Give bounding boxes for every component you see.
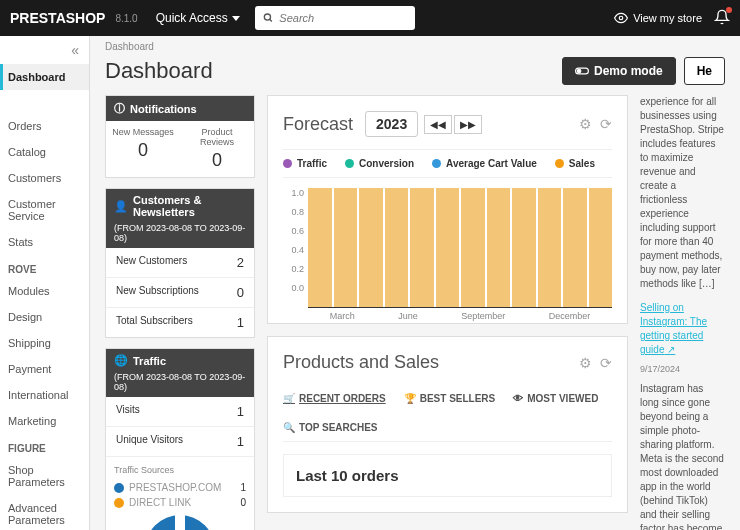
- sidebar-header: [0, 90, 89, 113]
- eye-icon: 👁: [513, 393, 523, 404]
- last-orders-panel: Last 10 orders: [283, 454, 612, 497]
- product-reviews-stat[interactable]: Product Reviews 0: [180, 121, 254, 177]
- traffic-panel: 🌐Traffic (FROM 2023-08-08 TO 2023-09-08)…: [105, 348, 255, 530]
- list-item[interactable]: New Subscriptions0: [106, 278, 254, 308]
- toggle-icon: [575, 64, 589, 78]
- sidebar-item-advanced-parameters[interactable]: Advanced Parameters: [0, 495, 89, 530]
- sidebar-item-shipping[interactable]: Shipping: [0, 330, 89, 356]
- gear-icon[interactable]: ⚙: [579, 355, 592, 371]
- sidebar-collapse[interactable]: «: [0, 36, 89, 64]
- tab-recent-orders[interactable]: 🛒RECENT ORDERS: [283, 393, 386, 404]
- sidebar-item-payment[interactable]: Payment: [0, 356, 89, 382]
- sidebar-header-improve: ROVE: [0, 255, 89, 278]
- news-date: 9/17/2024: [640, 363, 725, 376]
- traffic-source-row: DIRECT LINK0: [114, 495, 246, 510]
- sidebar-header-configure: FIGURE: [0, 434, 89, 457]
- help-button[interactable]: He: [684, 57, 725, 85]
- traffic-source-row: PRESTASHOP.COM1: [114, 480, 246, 495]
- new-messages-stat[interactable]: New Messages 0: [106, 121, 180, 177]
- notifications-panel: ⓘNotifications New Messages 0 Product Re…: [105, 95, 255, 178]
- sidebar-item-catalog[interactable]: Catalog: [0, 139, 89, 165]
- search-input[interactable]: [279, 12, 406, 24]
- customers-panel: 👤Customers & Newsletters (FROM 2023-08-0…: [105, 188, 255, 338]
- gear-icon[interactable]: ⚙: [579, 116, 592, 132]
- prev-year-button[interactable]: ◀◀: [424, 115, 452, 134]
- eye-icon: [614, 11, 628, 25]
- sidebar-item-customer-service[interactable]: Customer Service: [0, 191, 89, 229]
- sidebar-item-modules[interactable]: Modules: [0, 278, 89, 304]
- refresh-icon[interactable]: ⟳: [600, 116, 612, 132]
- forecast-year: 2023: [365, 111, 418, 137]
- cart-icon: 🛒: [283, 393, 295, 404]
- sidebar: « Dashboard Orders Catalog Customers Cus…: [0, 36, 90, 530]
- search-icon: 🔍: [283, 422, 295, 433]
- list-item[interactable]: New Customers2: [106, 248, 254, 278]
- notifications-bell[interactable]: [714, 9, 730, 28]
- notification-dot: [726, 7, 732, 13]
- list-item[interactable]: Total Subscribers1: [106, 308, 254, 337]
- svg-point-0: [264, 14, 270, 20]
- sidebar-item-customers[interactable]: Customers: [0, 165, 89, 191]
- page-title: Dashboard: [105, 58, 213, 84]
- info-icon: ⓘ: [114, 101, 125, 116]
- trophy-icon: 🏆: [404, 393, 416, 404]
- sidebar-item-stats[interactable]: Stats: [0, 229, 89, 255]
- sidebar-item-orders[interactable]: Orders: [0, 113, 89, 139]
- traffic-sources-label: Traffic Sources: [114, 465, 246, 475]
- refresh-icon[interactable]: ⟳: [600, 355, 612, 371]
- main: Dashboard Dashboard Demo mode He ⓘNotifi…: [90, 36, 740, 530]
- tab-top-searches[interactable]: 🔍TOP SEARCHES: [283, 422, 378, 433]
- sidebar-item-marketing[interactable]: Marketing: [0, 408, 89, 434]
- list-item[interactable]: Unique Visitors1: [106, 427, 254, 457]
- chevron-down-icon: [232, 16, 240, 21]
- svg-point-4: [577, 69, 581, 73]
- news-column: experience for all businesses using Pres…: [640, 95, 725, 530]
- forecast-title: Forecast: [283, 114, 353, 135]
- svg-point-2: [619, 16, 623, 20]
- tab-most-viewed[interactable]: 👁MOST VIEWED: [513, 393, 598, 404]
- news-excerpt: experience for all businesses using Pres…: [640, 95, 725, 291]
- globe-icon: 🌐: [114, 354, 128, 367]
- forecast-chart: 1.00.80.60.40.20.0 MarchJuneSeptemberDec…: [283, 188, 612, 308]
- quick-access-menu[interactable]: Quick Access: [156, 11, 240, 25]
- products-sales-panel: Products and Sales ⚙ ⟳ 🛒RECENT ORDERS 🏆B…: [267, 336, 628, 513]
- sidebar-item-dashboard[interactable]: Dashboard: [0, 64, 89, 90]
- traffic-donut-chart: [145, 515, 215, 530]
- list-item[interactable]: Visits1: [106, 397, 254, 427]
- forecast-panel: Forecast 2023 ◀◀ ▶▶ ⚙ ⟳ Traffic Co: [267, 95, 628, 324]
- search-box[interactable]: [255, 6, 415, 30]
- chart-legend: Traffic Conversion Average Cart Value Sa…: [283, 149, 612, 178]
- version: 8.1.0: [115, 13, 137, 24]
- sidebar-item-design[interactable]: Design: [0, 304, 89, 330]
- sidebar-item-shop-parameters[interactable]: Shop Parameters: [0, 457, 89, 495]
- user-icon: 👤: [114, 200, 128, 213]
- demo-mode-button[interactable]: Demo mode: [562, 57, 676, 85]
- view-store-link[interactable]: View my store: [614, 11, 702, 25]
- sidebar-item-international[interactable]: International: [0, 382, 89, 408]
- news-link[interactable]: Selling on Instagram: The getting starte…: [640, 301, 725, 357]
- next-year-button[interactable]: ▶▶: [454, 115, 482, 134]
- brand-logo: PRESTASHOP: [10, 10, 105, 26]
- search-icon: [263, 12, 274, 24]
- news-excerpt: Instagram has long since gone beyond bei…: [640, 382, 725, 530]
- breadcrumb: Dashboard: [90, 36, 740, 57]
- tab-best-sellers[interactable]: 🏆BEST SELLERS: [404, 393, 496, 404]
- products-sales-title: Products and Sales: [283, 352, 439, 373]
- topbar: PRESTASHOP 8.1.0 Quick Access View my st…: [0, 0, 740, 36]
- svg-line-1: [269, 19, 271, 21]
